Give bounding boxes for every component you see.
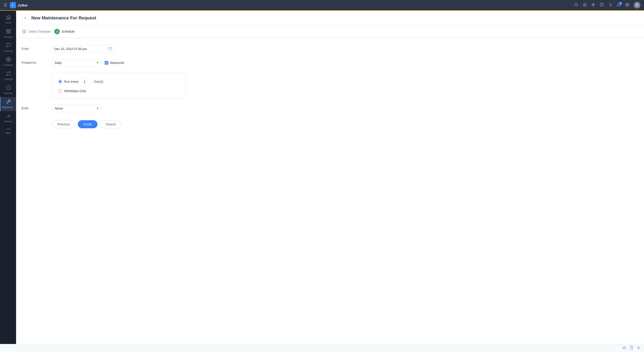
sidebar-item-problems[interactable]: Problems: [0, 55, 16, 69]
svg-marker-4: [583, 3, 586, 6]
weekdays-only-label: Weekdays Only: [64, 89, 86, 93]
bolt-icon[interactable]: [591, 3, 595, 8]
frequency-select-wrapper: Daily Weekly Monthly Yearly ▼: [52, 59, 101, 67]
activities-icon: [6, 29, 11, 35]
ends-select-wrapper: Never On Date After Occurrences ▼: [52, 105, 101, 112]
svg-point-39: [638, 347, 640, 349]
page-header: New Maintenance For Request: [16, 11, 644, 25]
stepper: 1 Select Template 2 Schedule: [16, 25, 644, 38]
from-date-value: Dec 23, 2024 07:00 pm: [54, 47, 87, 51]
star-icon[interactable]: [583, 3, 587, 8]
svg-point-2: [575, 3, 577, 6]
run-every-input[interactable]: [81, 78, 92, 85]
calendar-icon: [108, 47, 112, 51]
clipboard-icon[interactable]: [630, 346, 633, 351]
ends-label: Ends: [22, 105, 48, 110]
from-label: From: [22, 45, 48, 50]
run-every-option: Run every Day(s): [58, 78, 180, 85]
app-name: Zylker: [18, 3, 28, 7]
frequency-row: Frequency Daily Weekly Monthly Yearly ▼: [22, 59, 639, 67]
back-button[interactable]: [22, 14, 28, 21]
requests-icon: [6, 43, 11, 49]
keyboard-icon[interactable]: [622, 346, 626, 351]
search-icon[interactable]: [574, 3, 578, 8]
svg-rect-38: [631, 346, 632, 347]
sidebar-item-home[interactable]: Home: [0, 12, 16, 26]
svg-line-3: [577, 5, 578, 6]
sidebar-item-changes[interactable]: Changes: [0, 69, 16, 83]
step-1-label: Select Template: [28, 30, 51, 33]
sidebar-item-maintenance[interactable]: Maintenan...: [0, 97, 16, 111]
step-1-number: 1: [22, 29, 27, 34]
advanced-checkbox[interactable]: [105, 61, 108, 65]
action-buttons: Previous Finish Cancel: [52, 118, 639, 130]
sidebar-item-label: Home: [5, 22, 12, 24]
svg-point-14: [636, 3, 638, 5]
list-icon[interactable]: [608, 3, 612, 8]
bell-icon[interactable]: 1: [617, 3, 621, 8]
sidebar-item-label: Requests: [4, 50, 13, 52]
app-logo: Z: [10, 2, 16, 8]
from-row: From Dec 23, 2024 07:00 pm: [22, 45, 639, 53]
sidebar-item-label: More: [6, 132, 11, 135]
hamburger-icon[interactable]: ☰: [4, 3, 7, 7]
from-date-input[interactable]: Dec 23, 2024 07:00 pm: [52, 45, 114, 53]
sidebar-item-label: Activities: [4, 36, 13, 38]
advanced-box: Run every Day(s) Weekdays Only: [52, 73, 186, 98]
sidebar-item-activities[interactable]: Activities: [0, 26, 16, 41]
svg-rect-17: [9, 32, 10, 33]
weekdays-only-option: Weekdays Only: [58, 89, 180, 93]
sun-icon[interactable]: [637, 346, 640, 351]
changes-icon: [6, 71, 11, 77]
topbar: ☰ Z Zylker 1: [0, 0, 644, 11]
step-select-template[interactable]: 1 Select Template: [22, 29, 51, 34]
previous-button[interactable]: Previous: [52, 120, 75, 128]
weekdays-only-radio[interactable]: [58, 89, 62, 93]
frequency-label: Frequency: [22, 59, 48, 64]
svg-rect-16: [9, 29, 10, 31]
maintenance-icon: [6, 99, 11, 105]
sidebar-item-label: Reports: [4, 120, 12, 123]
step-2-number: 2: [54, 29, 60, 34]
history-icon[interactable]: [600, 3, 604, 8]
step-schedule[interactable]: 2 Schedule: [54, 29, 74, 34]
ends-select[interactable]: Never On Date After Occurrences: [52, 105, 101, 112]
svg-rect-30: [623, 347, 626, 349]
releases-icon: [6, 85, 11, 91]
page-title: New Maintenance For Request: [31, 15, 96, 20]
frequency-select[interactable]: Daily Weekly Monthly Yearly: [52, 59, 101, 67]
sidebar-item-label: Releases: [4, 92, 13, 95]
more-icon: •••: [6, 127, 11, 131]
svg-point-13: [627, 4, 628, 5]
svg-line-42: [638, 347, 638, 347]
sidebar-item-reports[interactable]: Reports: [0, 111, 16, 125]
sidebar-item-label: Changes: [4, 78, 13, 81]
brand: Z Zylker: [10, 2, 28, 8]
settings-icon[interactable]: [625, 3, 629, 8]
svg-rect-18: [6, 32, 8, 33]
sidebar-item-label: Problems: [4, 64, 13, 67]
advanced-checkbox-label[interactable]: Advanced: [105, 61, 124, 65]
sidebar-item-more[interactable]: ••• More: [0, 125, 16, 137]
run-every-label: Run every: [64, 80, 78, 83]
home-icon: [6, 15, 11, 21]
cancel-button[interactable]: Cancel: [100, 120, 121, 128]
finish-button[interactable]: Finish: [78, 120, 97, 128]
topbar-icons: 1: [574, 2, 640, 8]
svg-text:Z: Z: [12, 4, 14, 6]
notification-count: 1: [619, 2, 622, 5]
sidebar-item-releases[interactable]: Releases: [0, 83, 16, 97]
form-area: From Dec 23, 2024 07:00 pm Frequency: [16, 38, 644, 344]
problems-icon: [6, 57, 11, 63]
svg-rect-26: [109, 47, 112, 50]
svg-point-19: [8, 59, 9, 60]
step-2-label: Schedule: [62, 30, 74, 33]
svg-line-47: [640, 347, 640, 347]
avatar[interactable]: [634, 2, 640, 8]
sidebar: Home Activities Requests Problems Change…: [0, 11, 16, 344]
run-every-radio[interactable]: [58, 80, 62, 83]
sidebar-item-requests[interactable]: Requests: [0, 41, 16, 55]
reports-icon: [6, 113, 11, 119]
advanced-label: Advanced: [110, 61, 124, 65]
bottombar: [0, 344, 644, 352]
